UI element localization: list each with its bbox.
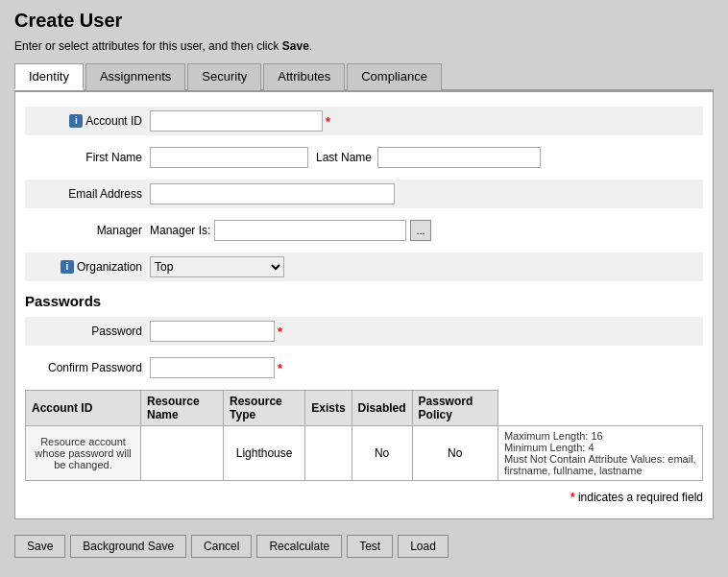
description-text: Enter or select attributes for this user…	[14, 39, 279, 53]
manager-browse-button[interactable]: ...	[410, 220, 430, 241]
resource-table: Account ID Resource Name Resource Type E…	[25, 390, 703, 481]
confirm-password-label: Confirm Password	[25, 361, 150, 374]
background-save-button[interactable]: Background Save	[70, 535, 186, 558]
policy-cell: Maximum Length: 16 Minimum Length: 4 Mus…	[497, 426, 702, 481]
confirm-password-row: Confirm Password *	[25, 353, 703, 382]
org-label: i Organization	[25, 260, 150, 274]
resource-desc-cell: Resource account whose password will be …	[26, 426, 141, 481]
page-description: Enter or select attributes for this user…	[14, 39, 714, 53]
confirm-password-input[interactable]	[150, 357, 275, 378]
email-input[interactable]	[150, 183, 395, 204]
description-bold: Save	[282, 39, 309, 53]
resource-type-cell	[305, 426, 352, 481]
account-id-input[interactable]	[150, 110, 323, 132]
manager-controls: Manager Is: ...	[150, 220, 431, 241]
password-required: *	[278, 325, 282, 339]
page-wrapper: Create User Enter or select attributes f…	[0, 0, 728, 577]
cancel-button[interactable]: Cancel	[191, 535, 252, 558]
email-label: Email Address	[25, 187, 150, 201]
disabled-cell: No	[412, 426, 497, 481]
passwords-title: Passwords	[25, 293, 703, 309]
tab-compliance[interactable]: Compliance	[347, 63, 442, 90]
bottom-toolbar: Save Background Save Cancel Recalculate …	[14, 529, 714, 564]
lastname-input[interactable]	[377, 147, 541, 168]
password-row: Password *	[25, 317, 703, 346]
recalculate-button[interactable]: Recalculate	[256, 535, 342, 558]
manager-row: Manager Manager Is: ...	[25, 216, 703, 245]
col-header-disabled: Disabled	[352, 391, 412, 426]
resource-name-cell: Lighthouse	[224, 426, 305, 481]
page-title: Create User	[14, 10, 714, 32]
col-header-resource-name: Resource Name	[141, 391, 224, 426]
required-note: * indicates a required field	[25, 491, 703, 504]
org-select[interactable]: Top	[150, 256, 284, 277]
col-header-account-id: Account ID	[26, 391, 141, 426]
lastname-label: Last Name	[316, 151, 372, 164]
tab-security[interactable]: Security	[187, 63, 261, 90]
org-info-icon[interactable]: i	[61, 260, 74, 274]
test-button[interactable]: Test	[347, 535, 393, 558]
name-row: First Name Last Name	[25, 143, 703, 172]
required-note-text: indicates a required field	[575, 491, 703, 504]
account-id-info-icon[interactable]: i	[69, 114, 83, 128]
tab-identity[interactable]: Identity	[14, 63, 84, 90]
col-header-password-policy: Password Policy	[412, 391, 497, 426]
password-input[interactable]	[150, 321, 275, 342]
tab-attributes[interactable]: Attributes	[263, 63, 345, 90]
tabs-container: Identity Assignments Security Attributes…	[14, 62, 714, 91]
manager-is-label: Manager Is:	[150, 224, 210, 237]
manager-input[interactable]	[214, 220, 406, 241]
tab-assignments[interactable]: Assignments	[85, 63, 185, 90]
col-header-exists: Exists	[305, 391, 352, 426]
org-row: i Organization Top	[25, 252, 703, 281]
resource-account-id-cell	[141, 426, 224, 481]
manager-label: Manager	[25, 224, 150, 237]
email-row: Email Address	[25, 180, 703, 208]
exists-cell: No	[352, 426, 412, 481]
confirm-password-required: *	[278, 361, 282, 375]
password-label: Password	[25, 325, 150, 338]
account-id-required: *	[326, 114, 330, 129]
col-header-resource-type: Resource Type	[224, 391, 305, 426]
form-panel: i Account ID * First Name Last Name Emai…	[14, 91, 714, 519]
description-end: .	[309, 39, 312, 53]
firstname-input[interactable]	[150, 147, 308, 168]
save-button[interactable]: Save	[14, 535, 65, 558]
table-row: Resource account whose password will be …	[26, 426, 703, 481]
load-button[interactable]: Load	[398, 535, 449, 558]
account-id-row: i Account ID *	[25, 107, 703, 135]
firstname-label: First Name	[25, 151, 150, 164]
account-id-label: i Account ID	[25, 114, 150, 128]
